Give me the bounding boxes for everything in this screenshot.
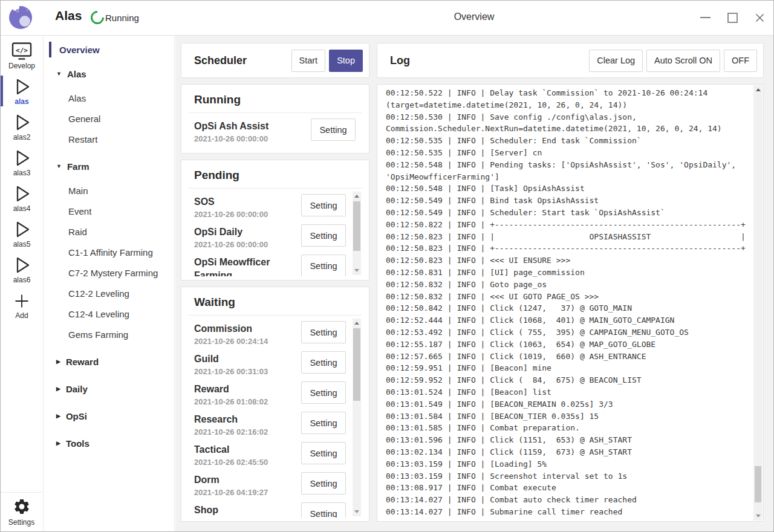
scroll-up-icon[interactable] [753,85,763,94]
task-name: OpSi Ash Assist [194,120,306,133]
waiting-title: Waiting [181,287,369,310]
start-button[interactable]: Start [291,50,326,72]
nav-group-farm[interactable]: ▼Farm [44,156,174,177]
divider [189,315,362,316]
scroll-down-icon[interactable] [753,511,763,521]
settings-button[interactable]: Settings [1,492,42,531]
rail-item-label: alas3 [13,169,31,177]
play-icon [11,184,32,204]
chevron-down-icon: ▼ [56,163,62,169]
running-task-list: OpSi Ash Assist2021-10-26 00:00:00Settin… [181,118,369,149]
nav-item-gems-farming[interactable]: Gems Farming [44,324,174,345]
scroll-down-icon[interactable] [353,266,361,275]
nav-item-c12-2-leveling[interactable]: C12-2 Leveling [44,283,174,303]
scheduler-panel: Scheduler Start Stop [181,43,369,78]
pending-task-list: SOS2021-10-26 00:00:00SettingOpSi Daily2… [181,194,351,276]
window-controls [700,1,765,34]
divider [189,112,362,113]
minimize-button[interactable] [700,12,711,23]
log-scrollbar[interactable] [753,85,763,521]
waiting-task-list: Commission2021-10-26 00:24:14SettingGuil… [181,321,351,517]
rail-item-alas3[interactable]: alas3 [1,146,43,178]
task-setting-button[interactable]: Setting [301,381,346,404]
rail-item-alas[interactable]: alas [1,75,43,107]
nav-group-opsi[interactable]: ▶OpSi [44,406,174,426]
auto-scroll-off-button[interactable]: OFF [724,50,757,72]
nav-item-overview[interactable]: Overview [44,39,174,60]
plus-icon [13,291,31,311]
rail-items: </>Developalasalas2alas3alas4alas5alas6A… [1,36,43,325]
play-icon [11,77,32,97]
scroll-up-icon[interactable] [353,319,361,328]
rail-item-add[interactable]: Add [1,289,43,321]
nav-group-alas[interactable]: ▼Alas [44,63,174,84]
task-setting-button[interactable]: Setting [301,351,346,374]
rail-item-alas4[interactable]: alas4 [1,182,43,214]
scrollbar-thumb[interactable] [353,328,360,401]
nav-item-raid[interactable]: Raid [44,221,174,242]
clear-log-button[interactable]: Clear Log [589,50,643,72]
task-row: ShopSetting [181,502,351,517]
scrollbar-thumb[interactable] [353,201,360,251]
scroll-down-icon[interactable] [353,507,361,516]
task-setting-button[interactable]: Setting [301,255,346,276]
nav-item-c7-2-mystery-farming[interactable]: C7-2 Mystery Farming [44,262,174,283]
nav-menu: Overview▼AlasAlasGeneralRestart▼FarmMain… [44,36,175,531]
rail-item-alas6[interactable]: alas6 [1,253,43,285]
maximize-button[interactable] [727,12,738,23]
scrollbar-thumb[interactable] [755,466,761,502]
task-setting-button[interactable]: Setting [301,502,346,517]
nav-group-tools[interactable]: ▶Tools [44,433,174,453]
nav-group-reward[interactable]: ▶Reward [44,351,174,372]
task-setting-button[interactable]: Setting [301,472,346,495]
log-panel[interactable]: 00:12:50.522 | INFO | Delay task `Commis… [377,84,764,522]
task-row: OpSi Daily2021-10-26 00:00:00Setting [181,224,351,255]
play-icon [11,112,32,133]
pending-scrollbar[interactable] [353,192,361,275]
play-icon [11,219,32,240]
nav-group-daily[interactable]: ▶Daily [44,378,174,399]
scroll-up-icon[interactable] [353,192,361,201]
gear-icon [13,498,31,518]
nav-item-alas[interactable]: Alas [44,88,174,108]
rail-item-label: alas [15,97,28,106]
task-name: Shop [194,504,306,517]
nav-group-label: Farm [67,161,89,172]
nav-group-label: OpSi [66,411,87,421]
chevron-right-icon: ▶ [56,413,60,419]
nav-group-label: Daily [66,384,88,394]
task-name: Reward [194,383,306,396]
rail-item-label: Develop [8,62,35,70]
task-row: OpSi Ash Assist2021-10-26 00:00:00Settin… [181,118,369,149]
nav-item-c12-4-leveling[interactable]: C12-4 Leveling [44,303,174,324]
task-setting-button[interactable]: Setting [311,118,356,141]
divider [189,188,362,189]
nav-item-c1-1-affinity-farming[interactable]: C1-1 Affinity Farming [44,242,174,262]
log-output: 00:12:50.522 | INFO | Delay task `Commis… [386,87,751,518]
nav-item-general[interactable]: General [44,108,174,129]
nav-item-event[interactable]: Event [44,201,174,221]
task-setting-button[interactable]: Setting [301,412,346,434]
task-name: OpSi Meowfficer Farming [194,256,306,276]
task-setting-button[interactable]: Setting [301,224,346,247]
nav-item-restart[interactable]: Restart [44,129,174,149]
maximize-icon [727,13,738,23]
close-icon [755,13,764,22]
chevron-down-icon: ▼ [56,71,62,77]
close-button[interactable] [754,12,765,23]
running-spinner-icon [88,8,106,27]
content-area: Scheduler Start Stop Running OpSi Ash As… [175,36,773,531]
rail-item-alas2[interactable]: alas2 [1,111,43,143]
task-name: Dorm [194,473,306,487]
nav-item-main[interactable]: Main [44,180,174,201]
stop-button[interactable]: Stop [329,50,363,72]
instance-rail: </>Developalasalas2alas3alas4alas5alas6A… [1,36,44,531]
task-setting-button[interactable]: Setting [301,442,346,464]
title-bar: Alas Running Overview [1,1,773,36]
task-setting-button[interactable]: Setting [301,321,346,343]
auto-scroll-on-button[interactable]: Auto Scroll ON [646,50,720,72]
rail-item-develop[interactable]: </>Develop [1,39,43,71]
rail-item-alas5[interactable]: alas5 [1,218,43,250]
task-setting-button[interactable]: Setting [301,194,346,216]
waiting-scrollbar[interactable] [353,319,361,516]
